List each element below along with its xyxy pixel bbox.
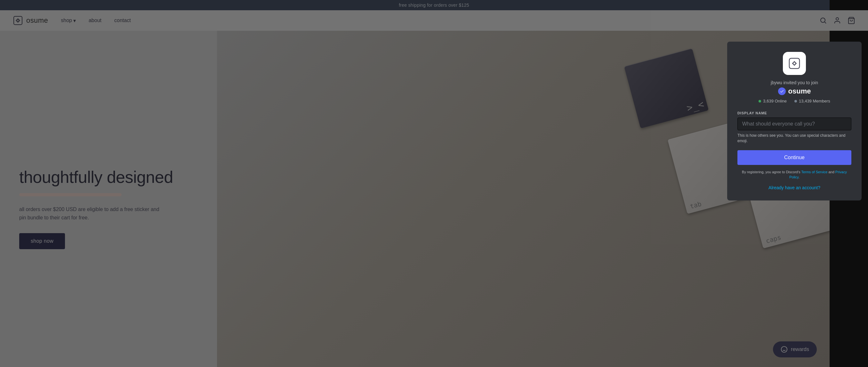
display-name-label: DISPLAY NAME: [737, 111, 851, 115]
discord-modal: jbywu invited you to join osume 3,639 On…: [727, 42, 862, 201]
legal-and: and: [828, 170, 835, 174]
online-stat: 3,639 Online: [758, 99, 787, 103]
input-hint: This is how others see you. You can use …: [737, 133, 851, 144]
members-count: 13,439 Members: [799, 99, 830, 103]
server-logo-icon: [788, 57, 801, 70]
server-name-row: osume: [737, 87, 851, 95]
continue-button[interactable]: Continue: [737, 150, 851, 165]
display-name-input[interactable]: [737, 118, 851, 130]
members-dot: [795, 100, 797, 102]
svg-rect-8: [789, 58, 800, 68]
already-have-account[interactable]: Already have an account?: [737, 185, 851, 190]
invite-text: jbywu invited you to join: [737, 80, 851, 85]
online-dot: [758, 100, 761, 102]
svg-point-9: [793, 62, 796, 65]
server-logo-box: [783, 52, 806, 75]
modal-overlay[interactable]: jbywu invited you to join osume 3,639 On…: [0, 0, 868, 367]
terms-link[interactable]: Terms of Service: [801, 170, 827, 174]
server-stats: 3,639 Online 13,439 Members: [737, 99, 851, 103]
verified-icon: [778, 87, 786, 95]
online-count: 3,639 Online: [763, 99, 787, 103]
legal-text: By registering, you agree to Discord's T…: [737, 170, 851, 180]
legal-prefix: By registering, you agree to Discord's: [742, 170, 800, 174]
display-name-field-group: DISPLAY NAME This is how others see you.…: [737, 111, 851, 144]
members-stat: 13,439 Members: [795, 99, 830, 103]
server-name: osume: [788, 87, 811, 95]
